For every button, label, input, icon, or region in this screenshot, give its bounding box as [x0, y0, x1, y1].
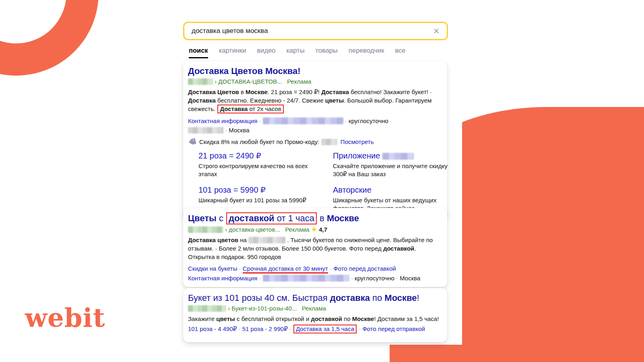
- star-icon: ★: [311, 226, 317, 233]
- discounts-link[interactable]: Скидки на букеты: [188, 265, 237, 272]
- sitelink-desc: Скачайте приложение и получите скидку 30…: [333, 162, 454, 178]
- sitelink-101-roses[interactable]: 101 роза = 5990 ₽: [198, 185, 266, 194]
- sitelink-cell: 21 роза = 2490 ₽ Строго контролируем кач…: [198, 151, 322, 178]
- delivery-90min-link[interactable]: Доставка за 1,5 часа: [296, 325, 354, 332]
- clear-search-icon[interactable]: ✕: [433, 27, 440, 35]
- blurred-favicon-domain: [188, 78, 213, 85]
- tab-maps[interactable]: карты: [287, 47, 305, 58]
- rating-value: 4,7: [319, 226, 327, 233]
- contact-info-link[interactable]: Контактная информация: [188, 117, 257, 124]
- tab-video[interactable]: видео: [257, 47, 276, 58]
- red-highlight-box: Доставка от 2х часов: [217, 105, 283, 113]
- promo-line: Скидка 8% на любой букет по Промо-коду: …: [188, 138, 442, 146]
- blurred-promo-code: [321, 139, 337, 145]
- price-tag-icon: [187, 137, 197, 146]
- result-snippet: Закажите цветы с бесплатной открыткой и …: [188, 315, 442, 323]
- ad-label: Реклама: [285, 226, 309, 233]
- tab-search[interactable]: поиск: [189, 47, 208, 58]
- blurred-favicon-domain: [188, 305, 226, 312]
- sitelink-21-roses[interactable]: 21 роза = 2490 ₽: [198, 151, 261, 160]
- search-tabs: поиск картинки видео карты товары перево…: [189, 47, 405, 58]
- ad-label: Реклама: [287, 78, 311, 85]
- red-highlight-box: Доставка за 1,5 часа: [293, 325, 357, 333]
- promo-view-link[interactable]: Посмотреть: [341, 138, 374, 145]
- rose-101-price-link[interactable]: 101 роза - 4 490₽: [188, 325, 237, 332]
- result-url-line: › доставка-цветов... Реклама ★ 4,7: [188, 225, 442, 234]
- blurred-site-name: [248, 237, 285, 243]
- contact-info-link[interactable]: Контактная информация: [188, 275, 257, 282]
- photo-before-delivery-link[interactable]: Фото перед доставкой: [333, 265, 396, 272]
- search-result-card: Доставка Цветов Москва! › ДОСТАВКА-ЦВЕТО…: [183, 61, 447, 219]
- blurred-app-name: [382, 153, 414, 160]
- sitelinks-grid: 21 роза = 2490 ₽ Строго контролируем кач…: [198, 151, 442, 212]
- ad-label: Реклама: [302, 305, 326, 312]
- photo-before-send-link[interactable]: Фото перед отправкой: [362, 325, 425, 332]
- sitelink-desc: Шикарный букет из 101 розы за 5990₽: [198, 196, 322, 204]
- decor-ring: [0, 0, 99, 76]
- urgent-delivery-link[interactable]: Срочная доставка от 30 минут: [243, 265, 328, 274]
- search-result-card: Букет из 101 розы 40 см. Быстрая доставк…: [183, 288, 447, 342]
- tab-all[interactable]: все: [395, 47, 405, 58]
- search-input[interactable]: доставка цветов москва ✕: [183, 22, 448, 40]
- result-domain[interactable]: доставка-цветов...: [229, 226, 280, 233]
- contact-line-2: · Москва: [188, 126, 442, 134]
- contact-line: Контактная информация · · круглосуточно …: [188, 117, 442, 125]
- red-highlight-box: доставкой от 1 часа: [226, 212, 317, 224]
- sitelink-title[interactable]: 101 роза = 5990 ₽: [198, 185, 322, 195]
- result-snippet: Доставка Цветов в Москве. 21 роза = 2490…: [188, 88, 442, 113]
- result-url-line: › Букет-из-101-розы-40... Реклама: [188, 304, 442, 313]
- sitelink-cell: Приложение Скачайте приложение и получит…: [333, 151, 454, 178]
- tab-goods[interactable]: товары: [316, 47, 338, 58]
- serp-panel: доставка цветов москва ✕ поиск картинки …: [178, 16, 454, 346]
- tab-translator[interactable]: переводчик: [349, 47, 384, 58]
- blurred-phone: [263, 117, 343, 124]
- result-domain[interactable]: Букет-из-101-розы-40...: [231, 305, 297, 312]
- sitelink-app[interactable]: Приложение: [333, 151, 382, 160]
- webit-logo: webit: [25, 302, 105, 333]
- blurred-favicon-domain: [188, 226, 223, 233]
- result-domain[interactable]: ДОСТАВКА-ЦВЕТОВ...: [218, 78, 282, 85]
- result-title-link[interactable]: Букет из 101 розы 40 см. Быстрая доставк…: [188, 292, 442, 303]
- sitelink-title[interactable]: Авторские: [333, 185, 454, 195]
- sitelink-author-bouquets[interactable]: Авторские: [333, 185, 372, 194]
- search-query-text[interactable]: доставка цветов москва: [192, 27, 433, 35]
- search-result-card: Цветы с доставкой от 1 часа в Москве › д…: [183, 208, 447, 287]
- result-url-line: › ДОСТАВКА-ЦВЕТОВ... Реклама: [188, 77, 442, 86]
- result-title-link[interactable]: Цветы с доставкой от 1 часа в Москве: [188, 212, 442, 224]
- result-snippet: Доставка цветов на . Тысячи букетов по с…: [188, 236, 442, 261]
- rose-51-price-link[interactable]: 51 роза - 2 990₽: [242, 325, 288, 332]
- contact-line: Контактная информация · · круглосуточно …: [188, 274, 442, 282]
- result-quick-links: Скидки на букеты · Срочная доставка от 3…: [188, 264, 442, 273]
- blurred-phone: [263, 275, 349, 282]
- tab-images[interactable]: картинки: [219, 47, 246, 58]
- sitelink-desc: Строго контролируем качество на всех эта…: [198, 162, 322, 178]
- result-title-link[interactable]: Доставка Цветов Москва!: [188, 66, 442, 76]
- slide: webit доставка цветов москва ✕ поиск кар…: [0, 0, 644, 362]
- sitelink-title[interactable]: Приложение: [333, 151, 454, 160]
- sitelink-title[interactable]: 21 роза = 2490 ₽: [198, 151, 322, 160]
- result-quick-links: 101 роза - 4 490₽ · 51 роза - 2 990₽ · Д…: [188, 325, 442, 333]
- blurred-metro: [188, 127, 223, 134]
- promo-text: Скидка 8% на любой букет по Промо-коду: …: [199, 138, 374, 145]
